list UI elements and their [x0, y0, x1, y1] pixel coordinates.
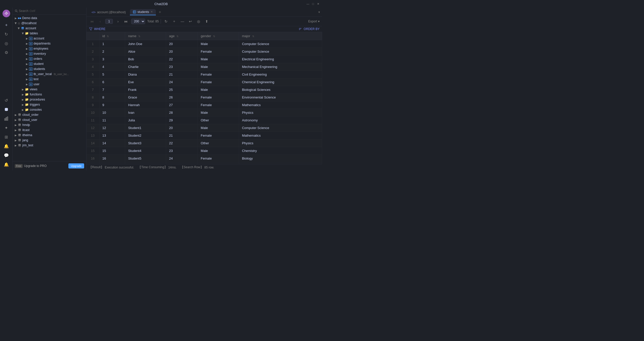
page-first-button[interactable]: ⏮ — [89, 18, 95, 24]
table-row[interactable]: 7 7 Frank 25 Male Biological Sciences — [86, 86, 322, 94]
cell-id: 4 — [99, 63, 125, 71]
col-name[interactable]: name ⇅ — [125, 32, 166, 40]
notification-icon[interactable]: 🔔 — [2, 142, 10, 150]
tree-item-procedures[interactable]: ▶ 📁 procedures — [13, 97, 86, 102]
cell-gender: Male — [198, 86, 239, 94]
table-row[interactable]: 11 11 Julia 29 Other Astronomy — [86, 117, 322, 124]
tree-item-table-inventory[interactable]: ▶ ⊞ inventory — [13, 51, 86, 56]
tree-item-table-departments[interactable]: ▶ ⊞ departments — [13, 41, 86, 46]
table-row[interactable]: 9 9 Hannah 27 Female Mathematics — [86, 101, 322, 109]
tree-item-functions[interactable]: ▶ 📁 functions — [13, 92, 86, 97]
table-row[interactable]: 12 12 Student1 20 Male Computer Science — [86, 124, 322, 132]
tree-item-triggers[interactable]: ▶ 📁 triggers — [13, 102, 86, 107]
tree-item-table-account[interactable]: ▶ ⊞ account — [13, 36, 86, 41]
cell-id: 9 — [99, 101, 125, 109]
table-row[interactable]: 13 13 Student2 21 Female Mathematics — [86, 132, 322, 139]
tree-item-table-user[interactable]: ▶ ⊞ user — [13, 82, 86, 87]
table-icon: ⊞ — [29, 42, 33, 45]
search-box[interactable]: Search CtrlF — [15, 9, 84, 13]
tree-item-cloud_user[interactable]: ▶ cloud_user — [13, 117, 86, 122]
cell-rownum: 1 — [86, 40, 99, 48]
database-icon[interactable] — [2, 105, 10, 113]
tab-dropdown[interactable]: ▾ — [318, 10, 320, 14]
refresh-button[interactable]: ↻ — [163, 18, 169, 24]
tree-item-table-student[interactable]: ▶ ⊞ student — [13, 61, 86, 66]
globe-icon[interactable]: ◎ — [2, 39, 10, 47]
undo-button[interactable]: ↩ — [187, 18, 193, 24]
maximize-button[interactable]: □ — [311, 2, 314, 5]
col-major[interactable]: major ⇅ — [239, 32, 322, 40]
tree-item-account-db[interactable]: ▶ account — [13, 26, 86, 31]
tree-item-cloud_order[interactable]: ▶ cloud_order — [13, 112, 86, 117]
preview-button[interactable]: ◎ — [196, 18, 202, 24]
avatar[interactable]: 小 — [3, 10, 10, 17]
minimize-button[interactable]: — — [306, 2, 309, 5]
cell-name: Student2 — [125, 132, 166, 139]
table-icon: ⊞ — [29, 47, 33, 50]
cell-age: 24 — [166, 155, 198, 162]
page-size-select[interactable]: 200 100 500 — [131, 19, 145, 24]
col-gender[interactable]: gender ⇅ — [198, 32, 239, 40]
tree-item-jrm_test[interactable]: ▶ jrm_test — [13, 143, 86, 148]
tree-item-table-test[interactable]: ▶ ⊞ test — [13, 77, 86, 82]
consoles-label: consoles — [30, 108, 42, 111]
close-button[interactable]: ✕ — [317, 2, 320, 5]
tab-close-button[interactable]: ✕ — [151, 10, 153, 13]
table-label: students — [34, 67, 45, 71]
where-filter[interactable]: WHERE — [89, 27, 106, 31]
tab-students[interactable]: students ✕ — [130, 9, 156, 15]
tree-item-table-employees[interactable]: ▶ ⊞ employees — [13, 46, 86, 51]
col-id[interactable]: id ⇅ — [99, 32, 125, 40]
tree-item-demo[interactable]: ▶ ■■ Demo data — [13, 16, 86, 21]
tree-item-table-tb_user_local[interactable]: ▶ ⊞ tb_user_local tb_user_loc... — [13, 72, 86, 77]
add-icon[interactable]: ＋ — [2, 21, 10, 29]
page-input[interactable] — [105, 19, 113, 24]
tree-item-table-students[interactable]: ▶ ⊞ students — [13, 66, 86, 72]
tree-item-hmdp[interactable]: ▶ hmdp — [13, 122, 86, 127]
table-row[interactable]: 5 5 Diana 21 Female Civil Engineering — [86, 71, 322, 78]
bell-icon[interactable]: 🔔 — [2, 160, 10, 168]
ai-icon[interactable]: ✦ — [2, 124, 10, 132]
page-next-button[interactable]: › — [115, 18, 121, 24]
tree-item-tables-folder[interactable]: ▶ 📁 tables — [13, 31, 86, 36]
table-row[interactable]: 1 1 John Doe 20 Male Computer Science — [86, 40, 322, 48]
tab-account[interactable]: </> account (@localhost) — [88, 9, 129, 15]
settings-icon[interactable]: ⚙ — [2, 48, 10, 56]
refresh-icon[interactable]: ↻ — [2, 30, 10, 38]
page-prev-button[interactable]: ‹ — [97, 18, 103, 24]
grid-icon[interactable]: ⊞ — [2, 133, 10, 141]
table-row[interactable]: 15 15 Student4 23 Male Chemistry — [86, 147, 322, 155]
page-last-button[interactable]: ⏭ — [123, 18, 129, 24]
order-by-filter[interactable]: ORDER BY — [298, 27, 320, 31]
add-row-button[interactable]: ＋ — [171, 18, 177, 24]
upload-button[interactable]: ⬆ — [204, 18, 210, 24]
delete-row-button[interactable]: — — [179, 18, 185, 24]
tree-item-consoles[interactable]: ▶ 📁 consoles — [13, 107, 86, 112]
upgrade-button[interactable]: Upgrade — [68, 163, 84, 168]
col-age[interactable]: age ⇅ — [166, 32, 198, 40]
chevron-icon: ▶ — [26, 52, 28, 55]
table-row[interactable]: 8 8 Grace 26 Female Environmental Scienc… — [86, 94, 322, 101]
tree-item-itcast[interactable]: ▶ itcast — [13, 127, 86, 133]
export-button[interactable]: Export ▾ — [308, 20, 320, 23]
tree-item-views[interactable]: ▶ 📁 views — [13, 87, 86, 92]
tree-item-jang[interactable]: ▶ jang — [13, 138, 86, 143]
table-row[interactable]: 14 14 Student3 22 Other Physics — [86, 139, 322, 147]
where-input[interactable] — [108, 27, 296, 31]
tab-add-button[interactable]: ＋ — [157, 9, 163, 15]
table-row[interactable]: 6 6 Eve 24 Female Chemical Engineering — [86, 78, 322, 86]
table-row[interactable]: 10 10 Ivan 28 Male Physics — [86, 109, 322, 117]
table-row[interactable]: 4 4 Charlie 23 Male Mechanical Engineeri… — [86, 63, 322, 71]
table-row[interactable]: 3 3 Bob 22 Male Electrical Engineering — [86, 55, 322, 63]
tree-item-localhost[interactable]: ▶ ◎ @localhost — [13, 21, 86, 26]
tree-content: ▶ ■■ Demo data ▶ ◎ @localhost ▶ account — [13, 15, 86, 161]
tree-item-itheima[interactable]: ▶ itheima — [13, 133, 86, 138]
table-badge: tb_user_loc... — [54, 73, 69, 76]
table-row[interactable]: 2 2 Alice 20 Female Computer Science — [86, 48, 322, 55]
tree-item-table-orders[interactable]: ▶ ⊞ orders — [13, 56, 86, 61]
table-row[interactable]: 16 16 Student5 24 Female Biology — [86, 155, 322, 162]
chart-icon[interactable] — [2, 115, 10, 123]
data-table-container[interactable]: id ⇅ name ⇅ age ⇅ gender ⇅ major ⇅ 1 1 J… — [86, 32, 322, 164]
chat-icon[interactable]: 💬 — [2, 151, 10, 159]
history-icon[interactable]: ↺ — [2, 96, 10, 104]
